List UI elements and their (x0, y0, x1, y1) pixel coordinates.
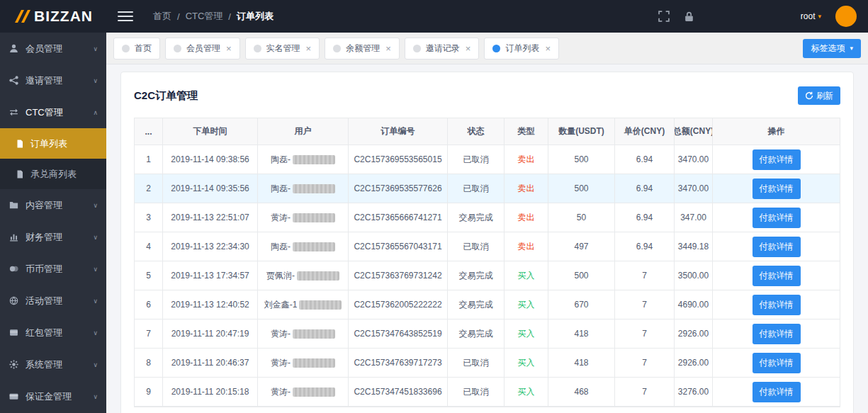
close-icon[interactable]: × (545, 43, 551, 54)
user-name-text: 黄涛- (271, 357, 291, 369)
breadcrumb-home[interactable]: 首页 (153, 10, 171, 23)
pay-detail-button[interactable]: 付款详情 (753, 179, 801, 199)
col-amount: 497 (548, 232, 615, 261)
col-price: 6.94 (615, 174, 675, 203)
pay-detail-button[interactable]: 付款详情 (753, 295, 801, 315)
pay-detail-button[interactable]: 付款详情 (753, 208, 801, 228)
col-action: 付款详情 (713, 378, 840, 406)
sidebar-item-margin[interactable]: 保证金管理∨ (0, 380, 106, 412)
tab-dot-icon (254, 45, 261, 52)
tab-balance[interactable]: 余额管理× (325, 38, 400, 60)
user-name-text: 刘金鑫-1 (264, 299, 298, 311)
close-icon[interactable]: × (306, 43, 312, 54)
chevron-down-icon: ∨ (93, 45, 98, 52)
col-index: 3 (135, 203, 163, 232)
user-name-text: 陶磊- (271, 183, 291, 195)
user-menu[interactable]: root ▾ (801, 11, 821, 21)
user-icon (9, 43, 19, 54)
user-name-text: 陶磊- (271, 241, 291, 253)
sidebar-item-coin[interactable]: 币币管理∨ (0, 253, 106, 285)
pay-detail-button[interactable]: 付款详情 (753, 149, 801, 170)
sidebar-item-members[interactable]: 会员管理∨ (0, 33, 106, 64)
sidebar-item-content[interactable]: 内容管理∨ (0, 189, 106, 221)
col-user: 陶磊- (258, 145, 349, 174)
tag-options-button[interactable]: 标签选项 ▾ (803, 39, 861, 58)
tab-invite-records[interactable]: 邀请记录× (405, 38, 480, 60)
col-action: 付款详情 (713, 349, 840, 377)
chevron-down-icon: ∨ (93, 202, 98, 209)
breadcrumb: 首页 / CTC管理 / 订单列表 (153, 10, 274, 23)
wallet-icon (9, 327, 19, 338)
sidebar-item-invites[interactable]: 邀请管理∨ (0, 64, 106, 96)
col-status: 交易完成 (448, 261, 505, 290)
tab-dot-icon (413, 45, 421, 52)
redacted-phone (293, 242, 335, 251)
fullscreen-icon[interactable] (658, 11, 670, 22)
tab-dot-icon (174, 45, 181, 52)
tab-realname[interactable]: 实名管理× (245, 38, 320, 60)
chevron-down-icon: ∨ (93, 234, 98, 241)
col-total: 3276.00 (675, 378, 713, 406)
chevron-down-icon: ▾ (850, 45, 853, 52)
logo: BIZZAN (0, 8, 106, 25)
col-total: 2926.00 (675, 319, 713, 348)
col-amount: 670 (548, 290, 615, 319)
col-total: 3500.00 (675, 261, 713, 290)
refresh-button[interactable]: 刷新 (798, 86, 840, 105)
close-icon[interactable]: × (226, 43, 232, 54)
pay-detail-button[interactable]: 付款详情 (753, 237, 801, 257)
col-index: 7 (135, 319, 163, 348)
sidebar-item-label: CTC管理 (26, 106, 63, 119)
logo-icon (13, 10, 30, 23)
col-time: 2019-11-14 09:35:56 (163, 174, 258, 203)
sidebar-subitem-order-list[interactable]: 订单列表 (0, 128, 106, 159)
pay-detail-button[interactable]: 付款详情 (753, 353, 801, 373)
user-name: root (801, 11, 816, 21)
gear-icon (9, 359, 19, 370)
close-icon[interactable]: × (385, 43, 391, 54)
col-index: 5 (135, 261, 163, 290)
sidebar-subitem-label: 订单列表 (30, 137, 67, 150)
col-type: 卖出 (505, 145, 548, 174)
col-type: 卖出 (505, 232, 548, 261)
col-order-no: C2C157362005222222 (349, 290, 448, 319)
redacted-phone (293, 329, 335, 339)
col-type: 买入 (505, 319, 548, 348)
sidebar-item-ctc[interactable]: CTC管理∧ (0, 96, 106, 128)
sidebar-subitem-acceptor-list[interactable]: 承兑商列表 (0, 159, 106, 189)
sidebar-item-finance[interactable]: 财务管理∨ (0, 221, 106, 253)
sidebar-item-label: 内容管理 (26, 199, 62, 212)
header-col-user: 用户 (258, 118, 349, 145)
redacted-phone (293, 213, 335, 222)
header-col-price: 单价(CNY) (615, 118, 675, 145)
col-user: 贾佩润- (258, 261, 349, 290)
redacted-phone (293, 358, 335, 368)
pay-detail-button[interactable]: 付款详情 (753, 324, 801, 344)
sidebar-item-system[interactable]: 系统管理∨ (0, 349, 106, 380)
col-type: 买入 (505, 290, 548, 319)
header-col-action: 操作 (713, 118, 840, 145)
redacted-phone (293, 155, 335, 164)
tab-order-list[interactable]: 订单列表× (484, 38, 559, 60)
table-row: 82019-11-11 20:46:37黄涛-C2C15734763971727… (135, 349, 840, 378)
pay-detail-button[interactable]: 付款详情 (753, 382, 801, 402)
col-total: 2926.00 (675, 349, 713, 377)
submenu-ctc: 订单列表承兑商列表 (0, 128, 106, 189)
avatar[interactable] (835, 6, 857, 27)
sidebar-item-activity[interactable]: 活动管理∨ (0, 285, 106, 317)
pay-detail-button[interactable]: 付款详情 (753, 266, 801, 286)
tab-members[interactable]: 会员管理× (165, 38, 240, 60)
col-order-no: C2C157365567043171 (349, 232, 448, 261)
close-icon[interactable]: × (466, 43, 471, 54)
col-total: 3470.00 (675, 174, 713, 203)
lock-icon[interactable] (684, 11, 694, 22)
table-row: 22019-11-14 09:35:56陶磊-C2C15736953557762… (135, 174, 840, 203)
tab-label: 邀请记录 (426, 43, 460, 55)
menu-icon[interactable] (118, 9, 133, 24)
breadcrumb-ctc[interactable]: CTC管理 (186, 10, 223, 23)
col-price: 6.94 (615, 145, 675, 174)
tab-home[interactable]: 首页 (113, 38, 160, 60)
chart-icon (9, 232, 19, 242)
sidebar-item-redpacket[interactable]: 红包管理∨ (0, 317, 106, 349)
tab-label: 实名管理 (266, 43, 300, 55)
